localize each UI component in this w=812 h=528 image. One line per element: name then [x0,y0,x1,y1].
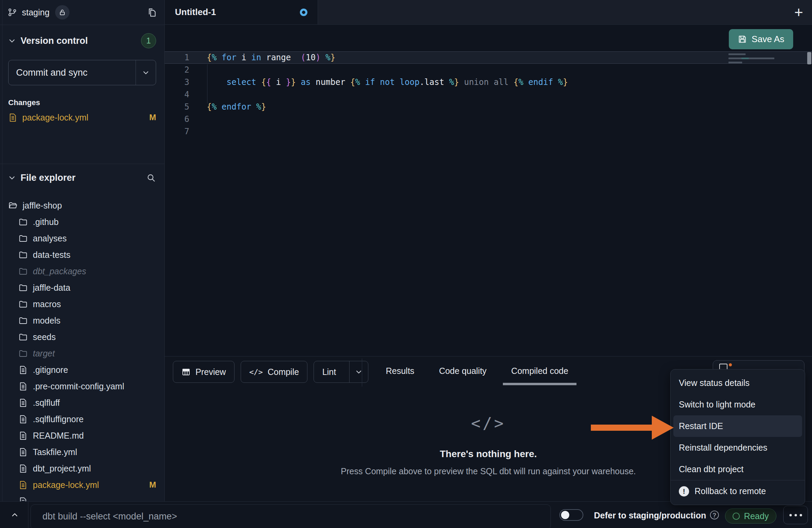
tree-item-.pre-commit-config.yaml[interactable]: .pre-commit-config.yaml [8,378,156,394]
folder-icon [18,250,28,260]
code-lines: 1{% for i in range (10) %}23 select {{ i… [165,51,812,138]
panel-tabs: ResultsCode qualityCompiled code [373,356,581,385]
commit-and-sync-button[interactable]: Commit and sync [8,60,156,85]
tree-item-README.md[interactable]: README.md [8,427,156,444]
more-options-button[interactable] [783,506,808,524]
tree-item-models[interactable]: models [8,312,156,329]
command-bar: dbt build --select <model_name> Defer to… [0,501,812,528]
tree-item-seeds[interactable]: seeds [8,329,156,345]
file-explorer-section: File explorer jaffle-shop.githubanalyses… [0,164,164,501]
code-editor[interactable]: 1{% for i in range (10) %}23 select {{ i… [165,51,812,356]
duplicate-file-icon[interactable] [147,7,157,19]
file-icon [18,365,28,375]
file-icon [18,447,28,457]
defer-toggle[interactable] [559,509,583,521]
tree-item-label: Taskfile.yml [33,447,77,457]
menu-item-clean-dbt-project[interactable]: Clean dbt project [673,458,802,480]
tree-item-dbt_packages[interactable]: dbt_packages [8,263,156,279]
tree-item-.gitignore[interactable]: .gitignore [8,362,156,378]
tree-item-dbt_project.yml[interactable]: dbt_project.yml [8,460,156,477]
preview-button[interactable]: Preview [173,361,234,383]
tab-untitled-1[interactable]: Untitled-1 [165,0,318,24]
save-as-button[interactable]: Save As [729,29,793,49]
panel-divider [362,359,362,387]
lint-options-chevron[interactable] [349,361,368,382]
minimap [728,53,777,66]
tree-item-macros[interactable]: macros [8,296,156,312]
file-icon [18,496,28,501]
code-line-2[interactable]: 2 [165,64,812,76]
file-icon [18,431,28,440]
folder-icon [18,332,28,342]
chevron-down-icon [8,37,16,45]
tree-item-target[interactable]: target [8,345,156,362]
file-icon [18,414,28,424]
menu-item-restart-ide[interactable]: Restart IDE [673,415,802,437]
tree-item-Taskfile.yml[interactable]: Taskfile.yml [8,444,156,460]
tab-code-quality[interactable]: Code quality [427,356,499,385]
branch-name[interactable]: staging [22,8,50,17]
file-tree: jaffle-shop.githubanalysesdata-testsdbt_… [8,197,156,501]
panel-actions: Preview </> Compile Lint [173,361,368,383]
code-line-1[interactable]: 1{% for i in range (10) %} [165,51,812,64]
tree-item-package-lock.yml[interactable]: package-lock.ymlM [8,477,156,493]
file-explorer-header[interactable]: File explorer [8,164,156,191]
folder-icon [18,283,28,292]
status-badge: Ready [725,508,776,524]
lint-button[interactable]: Lint [314,361,368,383]
tree-item-.sqlfluffignore[interactable]: .sqlfluffignore [8,411,156,427]
tree-item-label: .pre-commit-config.yaml [33,381,124,391]
folder-icon [18,316,28,325]
code-line-7[interactable]: 7 [165,125,812,138]
code-line-6[interactable]: 6 [165,113,812,125]
line-number: 6 [165,113,189,125]
folder-icon [8,201,18,210]
tree-item-data-tests[interactable]: data-tests [8,247,156,263]
tree-item-partial[interactable] [8,493,156,501]
branch-lock-badge [55,5,69,20]
line-number: 5 [165,101,189,113]
changes-heading: Changes [8,98,156,107]
code-line-4[interactable]: 4 [165,88,812,101]
version-control-header[interactable]: Version control 1 [8,30,156,51]
tree-item-label: analyses [33,234,67,243]
tree-item-label: seeds [33,332,56,342]
menu-item-view-status-details[interactable]: View status details [673,372,802,394]
tree-item-.github[interactable]: .github [8,214,156,230]
search-icon[interactable] [146,173,156,183]
line-number: 2 [165,64,189,76]
folder-icon [18,266,28,276]
modified-badge: M [149,480,156,490]
changed-file-row[interactable]: package-lock.yml M [8,109,156,126]
menu-item-reinstall-dependencies[interactable]: Reinstall dependencies [673,437,802,458]
file-icon [18,480,28,490]
code-line-3[interactable]: 3 select {{ i }} as number {% if not loo… [165,76,812,88]
table-icon [181,367,191,377]
tree-item-jaffle-data[interactable]: jaffle-data [8,279,156,296]
tree-item-.sqlfluff[interactable]: .sqlfluff [8,394,156,411]
code-text: select {{ i }} as number {% if not loop.… [207,76,568,88]
new-tab-button[interactable]: + [794,2,803,23]
status-indicator-dot [729,363,732,366]
ide-status-context-menu: View status detailsSwitch to light modeR… [670,369,805,505]
window-left-edge [2,0,2,501]
tree-item-label: .sqlfluffignore [33,414,84,424]
chevron-up-icon[interactable] [10,511,19,519]
code-icon: </> [249,368,263,376]
tree-item-jaffle-shop[interactable]: jaffle-shop [8,197,156,214]
code-line-5[interactable]: 5{% endfor %} [165,101,812,113]
editor-scrollbar[interactable] [807,52,811,64]
tab-results[interactable]: Results [373,356,427,385]
compile-label: Compile [268,367,299,377]
help-icon[interactable]: ? [710,511,719,519]
tree-item-label: README.md [33,431,84,441]
compile-button[interactable]: </> Compile [241,361,307,383]
changed-file-name: package-lock.yml [22,113,88,123]
tree-item-label: .sqlfluff [33,398,60,408]
menu-item-label: View status details [679,378,750,388]
menu-item-rollback-to-remote[interactable]: !Rollback to remote [673,480,802,502]
menu-item-switch-to-light-mode[interactable]: Switch to light mode [673,394,802,415]
tree-item-analyses[interactable]: analyses [8,230,156,247]
commit-options-chevron[interactable] [136,60,156,85]
tab-compiled-code[interactable]: Compiled code [499,356,581,385]
